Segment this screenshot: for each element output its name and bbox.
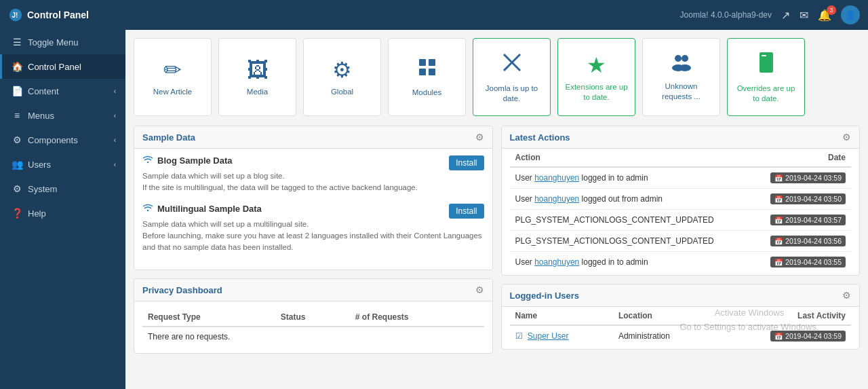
svg-rect-13	[762, 55, 766, 56]
latest-actions-header-row: Action Date	[510, 149, 852, 167]
star-icon: ★	[587, 52, 606, 78]
sample-data-panel: Sample Data ⚙ Blog Sample Data	[134, 126, 493, 270]
sidebar-item-users[interactable]: 👥 Users ‹	[0, 152, 125, 177]
qi-modules[interactable]: Modules	[388, 38, 466, 116]
users-icon: 👥	[12, 159, 22, 170]
qi-global[interactable]: ⚙ Global	[303, 38, 381, 116]
logged-in-users-header-row: Name Location Last Activity	[510, 307, 852, 325]
action-date-badge: 2019-04-24 03:57	[770, 215, 846, 225]
notification-icon[interactable]: 🔔 3	[818, 9, 831, 22]
svg-rect-3	[429, 59, 435, 66]
sidebar-item-control-panel[interactable]: 🏠 Control Panel	[0, 54, 125, 79]
privacy-col-num-requests: # of Requests	[350, 308, 484, 327]
action-cell: User hoanghuyen logged in to admin	[510, 167, 752, 189]
blog-sample-desc2: If the site is multilingual, the data wi…	[142, 182, 484, 193]
privacy-gear-icon[interactable]: ⚙	[475, 284, 484, 295]
components-icon: ⚙	[12, 134, 22, 145]
logged-in-users-body: Name Location Last Activity ☑ Super User…	[502, 307, 860, 349]
logged-in-users-table: Name Location Last Activity ☑ Super User…	[510, 307, 852, 346]
qi-media[interactable]: 🖼 Media	[218, 38, 296, 116]
action-date-badge: 2019-04-24 03:55	[770, 257, 846, 267]
sidebar-item-toggle-menu[interactable]: ☰ Toggle Menu	[0, 30, 125, 54]
user-avatar[interactable]: 👤	[841, 5, 860, 24]
last-activity-badge: 2019-04-24 03:59	[770, 331, 846, 341]
table-row: User hoanghuyen logged out from admin 20…	[510, 189, 852, 210]
quick-icons-bar: ✏ New Article 🖼 Media ⚙ Global Modules	[134, 38, 860, 116]
privacy-table: Request Type Status # of Requests There …	[142, 308, 484, 346]
svg-point-9	[682, 55, 688, 62]
date-cell: 2019-04-24 03:59	[751, 167, 851, 189]
qi-joomla-status[interactable]: Joomla is up to date.	[473, 38, 551, 116]
col-action: Action	[510, 149, 752, 167]
sidebar-item-content[interactable]: 📄 Content ‹	[0, 79, 125, 103]
latest-actions-table: Action Date User hoanghuyen logged in to…	[510, 149, 852, 272]
sidebar-item-label: System	[28, 184, 57, 194]
joomla-logo-icon: J!	[8, 7, 23, 22]
latest-actions-gear-icon[interactable]: ⚙	[842, 132, 851, 143]
sample-item-blog: Blog Sample Data Install Sample data whi…	[142, 155, 484, 194]
install-blog-button[interactable]: Install	[449, 155, 484, 170]
sidebar-item-help[interactable]: ❓ Help	[0, 201, 125, 225]
install-multilingual-button[interactable]: Install	[449, 204, 484, 219]
logged-in-users-panel: Logged-in Users ⚙ Name Location Last Act…	[501, 284, 861, 350]
multilingual-sample-desc2: Before launching, make sure you have at …	[142, 230, 484, 254]
svg-point-14	[147, 162, 149, 163]
sample-data-gear-icon[interactable]: ⚙	[475, 132, 484, 143]
toggle-menu-icon: ☰	[12, 37, 22, 48]
joomla-status-icon	[500, 51, 524, 79]
mail-icon[interactable]: ✉	[800, 9, 808, 22]
user-link[interactable]: hoanghuyen	[534, 173, 579, 183]
notification-badge: 3	[827, 5, 836, 15]
sidebar-item-system[interactable]: ⚙ System	[0, 177, 125, 201]
svg-rect-2	[419, 59, 426, 66]
table-row: ☑ Super User Administration 2019-04-24 0…	[510, 325, 852, 346]
qi-new-article[interactable]: ✏ New Article	[134, 38, 212, 116]
table-row: PLG_SYSTEM_ACTIONLOGS_CONTENT_UPDATED 20…	[510, 231, 852, 252]
user-name-link[interactable]: Super User	[528, 331, 569, 341]
privacy-dashboard-title: Privacy Dashboard	[142, 285, 222, 295]
privacy-table-header-row: Request Type Status # of Requests	[142, 308, 484, 327]
table-row: User hoanghuyen logged in to admin 2019-…	[510, 167, 852, 189]
checkbox-icon[interactable]: ☑	[515, 331, 523, 341]
qi-extensions-label: Extensions are up to date.	[565, 82, 628, 103]
qi-extensions-status[interactable]: ★ Extensions are up to date.	[557, 38, 635, 116]
sidebar-item-components[interactable]: ⚙ Components ‹	[0, 128, 125, 152]
sidebar-item-label: Menus	[28, 111, 54, 121]
sample-item-multilingual-title: Multilingual Sample Data	[142, 204, 262, 214]
qi-global-label: Global	[331, 87, 353, 97]
privacy-col-status: Status	[275, 308, 350, 327]
sample-data-header: Sample Data ⚙	[134, 126, 492, 149]
svg-point-15	[147, 209, 149, 210]
sidebar-item-label: Control Panel	[28, 62, 81, 72]
qi-unknown-requests[interactable]: Unknown requests ...	[642, 38, 720, 116]
sidebar-item-menus[interactable]: ≡ Menus ‹	[0, 103, 125, 128]
chevron-right-icon: ‹	[114, 112, 116, 119]
action-cell: PLG_SYSTEM_ACTIONLOGS_CONTENT_UPDATED	[510, 231, 752, 252]
sidebar-item-label: Users	[28, 160, 51, 170]
user-link[interactable]: hoanghuyen	[534, 194, 579, 204]
qi-overrides-label: Overrides are up to date.	[734, 84, 797, 104]
user-link[interactable]: hoanghuyen	[534, 257, 579, 267]
table-row: PLG_SYSTEM_ACTIONLOGS_CONTENT_UPDATED 20…	[510, 210, 852, 231]
privacy-dashboard-body: Request Type Status # of Requests There …	[134, 301, 492, 353]
external-link-icon[interactable]: ↗	[781, 9, 790, 22]
logged-in-users-title: Logged-in Users	[510, 291, 580, 301]
action-date-badge: 2019-04-24 03:56	[770, 236, 846, 246]
action-cell: User hoanghuyen logged in to admin	[510, 252, 752, 273]
date-cell: 2019-04-24 03:50	[751, 189, 851, 210]
qi-media-label: Media	[247, 87, 268, 97]
qi-overrides-status[interactable]: Overrides are up to date.	[727, 38, 805, 116]
wifi-icon-2	[142, 204, 153, 214]
qi-modules-label: Modules	[412, 88, 441, 98]
col-name: Name	[510, 307, 613, 325]
privacy-col-request-type: Request Type	[142, 308, 275, 327]
sample-data-body: Blog Sample Data Install Sample data whi…	[134, 149, 492, 270]
svg-text:J!: J!	[12, 12, 18, 19]
overrides-icon	[756, 51, 776, 79]
wifi-icon	[142, 155, 153, 166]
sidebar-item-label: Toggle Menu	[28, 37, 78, 48]
action-date-badge: 2019-04-24 03:50	[770, 193, 846, 204]
qi-unknown-requests-label: Unknown requests ...	[650, 81, 713, 102]
sample-item-multilingual: Multilingual Sample Data Install Sample …	[142, 204, 484, 254]
logged-in-users-gear-icon[interactable]: ⚙	[842, 290, 851, 301]
